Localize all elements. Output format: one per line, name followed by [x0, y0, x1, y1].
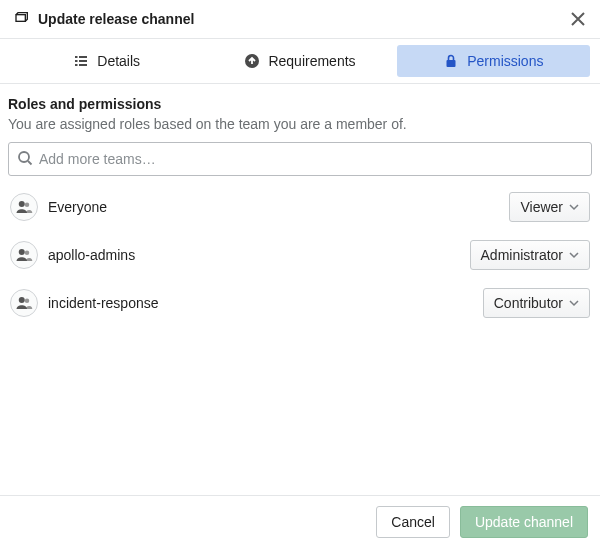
team-list: Everyone Viewer [8, 192, 592, 318]
tab-permissions-label: Permissions [467, 53, 543, 69]
svg-point-10 [19, 201, 25, 207]
team-row: apollo-admins Administrator [10, 240, 590, 270]
svg-point-11 [25, 203, 30, 208]
team-row: Everyone Viewer [10, 192, 590, 222]
team-left: incident-response [10, 289, 483, 317]
dialog-title: Update release channel [38, 11, 194, 27]
svg-point-14 [19, 297, 25, 303]
tab-requirements-label: Requirements [268, 53, 355, 69]
team-name: Everyone [48, 199, 107, 215]
dialog-header: Update release channel [0, 0, 600, 38]
dialog-update-release-channel: Update release channel Details [0, 0, 600, 548]
svg-point-12 [19, 249, 25, 255]
lock-icon [443, 53, 459, 69]
tab-details-label: Details [97, 53, 140, 69]
team-row: incident-response Contributor [10, 288, 590, 318]
svg-rect-5 [75, 64, 78, 66]
close-button[interactable] [570, 11, 586, 27]
svg-point-9 [19, 152, 29, 162]
svg-rect-4 [79, 60, 87, 62]
team-left: Everyone [10, 193, 509, 221]
release-channel-icon [14, 10, 30, 29]
chevron-down-icon [569, 298, 579, 308]
cancel-button[interactable]: Cancel [376, 506, 450, 538]
role-select[interactable]: Viewer [509, 192, 590, 222]
role-select[interactable]: Contributor [483, 288, 590, 318]
team-avatar-icon [10, 193, 38, 221]
svg-rect-0 [16, 14, 25, 21]
update-channel-button[interactable]: Update channel [460, 506, 588, 538]
section-subtitle: You are assigned roles based on the team… [8, 116, 592, 132]
team-avatar-icon [10, 241, 38, 269]
tab-permissions[interactable]: Permissions [397, 45, 590, 77]
details-icon [73, 53, 89, 69]
team-avatar-icon [10, 289, 38, 317]
svg-rect-1 [75, 56, 78, 58]
tab-requirements[interactable]: Requirements [203, 45, 396, 77]
tab-details[interactable]: Details [10, 45, 203, 77]
svg-rect-6 [79, 64, 87, 66]
svg-rect-3 [75, 60, 78, 62]
svg-rect-2 [79, 56, 87, 58]
chevron-down-icon [569, 202, 579, 212]
role-value: Administrator [481, 247, 563, 263]
team-name: apollo-admins [48, 247, 135, 263]
dialog-title-wrap: Update release channel [14, 10, 570, 29]
tabs: Details Requirements Permissions [0, 39, 600, 83]
chevron-down-icon [569, 250, 579, 260]
add-teams-input[interactable] [39, 151, 583, 167]
svg-rect-8 [447, 60, 456, 67]
dialog-body: Roles and permissions You are assigned r… [0, 84, 600, 495]
section-title: Roles and permissions [8, 96, 592, 112]
role-value: Viewer [520, 199, 563, 215]
team-left: apollo-admins [10, 241, 470, 269]
add-teams-search[interactable] [8, 142, 592, 176]
requirements-icon [244, 53, 260, 69]
search-icon [17, 150, 33, 169]
role-value: Contributor [494, 295, 563, 311]
team-name: incident-response [48, 295, 159, 311]
svg-point-15 [25, 299, 30, 304]
role-select[interactable]: Administrator [470, 240, 590, 270]
svg-point-13 [25, 251, 30, 256]
dialog-footer: Cancel Update channel [0, 495, 600, 548]
